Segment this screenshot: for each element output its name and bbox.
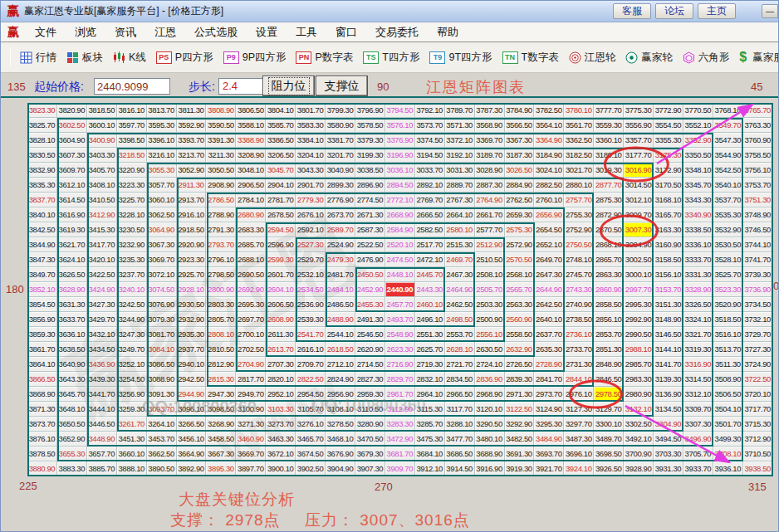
matrix-cell[interactable]: 2460.10 — [415, 297, 445, 312]
matrix-cell[interactable]: 3093.70 — [147, 402, 177, 417]
matrix-cell[interactable]: 3847.30 — [27, 252, 57, 267]
matrix-cell[interactable]: 3784.90 — [505, 103, 535, 118]
matrix-cell[interactable]: 3098.50 — [206, 402, 236, 417]
matrix-cell[interactable]: 3132.10 — [624, 402, 654, 417]
matrix-cell[interactable]: 3801.70 — [296, 103, 326, 118]
matrix-cell[interactable]: 3698.50 — [594, 447, 624, 461]
matrix-cell[interactable]: 3482.50 — [505, 432, 535, 447]
matrix-cell[interactable]: 2930.50 — [177, 297, 207, 312]
matrix-cell[interactable]: 3878.50 — [27, 447, 57, 461]
matrix-cell[interactable]: 3628.90 — [57, 282, 87, 297]
matrix-cell[interactable]: 2872.90 — [594, 207, 624, 222]
matrix-cell[interactable]: 3081.70 — [147, 327, 177, 342]
matrix-cell[interactable]: 2846.50 — [594, 372, 624, 387]
matrix-cell[interactable]: 3542.50 — [713, 163, 743, 178]
matrix-cell[interactable]: 2992.90 — [624, 312, 654, 327]
matrix-cell[interactable]: 3302.50 — [624, 417, 654, 432]
matrix-cell[interactable]: 2570.50 — [505, 252, 535, 267]
matrix-cell[interactable]: 3566.50 — [505, 118, 535, 133]
matrix-cell[interactable]: 3885.70 — [87, 461, 117, 476]
matrix-cell[interactable]: 3722.50 — [743, 372, 773, 387]
matrix-cell[interactable]: 3124.90 — [534, 402, 564, 417]
matrix-cell[interactable]: 2683.30 — [236, 222, 266, 237]
matrix-cell[interactable]: 3218.50 — [117, 148, 147, 163]
menu-item-7[interactable]: 工具 — [287, 26, 326, 38]
matrix-cell[interactable]: 2445.70 — [415, 267, 445, 282]
matrix-cell[interactable]: 3050.50 — [206, 163, 236, 178]
matrix-cell[interactable]: 3278.50 — [326, 417, 355, 432]
matrix-cell[interactable]: 2911.30 — [177, 178, 207, 193]
matrix-cell[interactable]: 2779.30 — [296, 193, 326, 207]
matrix-cell[interactable]: 3895.30 — [206, 461, 236, 476]
matrix-cell[interactable]: 3112.90 — [385, 402, 415, 417]
matrix-cell[interactable]: 3794.50 — [385, 103, 415, 118]
menu-item-5[interactable]: 公式选股 — [185, 26, 247, 38]
matrix-cell[interactable]: 2935.30 — [177, 327, 207, 342]
matrix-cell[interactable]: 3708.10 — [713, 447, 743, 461]
matrix-cell[interactable]: 3715.30 — [743, 417, 773, 432]
matrix-cell[interactable]: 3645.70 — [57, 387, 87, 402]
matrix-cell[interactable]: 2774.50 — [355, 193, 385, 207]
matrix-cell[interactable]: 3674.50 — [296, 447, 326, 461]
matrix-cell[interactable]: 2964.10 — [415, 387, 445, 402]
matrix-cell[interactable]: 3465.70 — [296, 432, 326, 447]
matrix-cell[interactable]: 3355.30 — [654, 133, 683, 148]
matrix-cell[interactable]: 3163.30 — [654, 222, 683, 237]
matrix-cell[interactable]: 2788.90 — [206, 207, 236, 222]
matrix-cell[interactable]: 3242.50 — [117, 297, 147, 312]
matrix-cell[interactable]: 3175.30 — [654, 148, 683, 163]
matrix-cell[interactable]: 3060.10 — [147, 193, 177, 207]
matrix-cell[interactable]: 2575.30 — [505, 222, 535, 237]
matrix-cell[interactable]: 2815.30 — [206, 372, 236, 387]
matrix-cell[interactable]: 2877.70 — [594, 178, 624, 193]
matrix-cell[interactable]: 3614.50 — [57, 193, 87, 207]
matrix-cell[interactable]: 2868.10 — [594, 237, 624, 252]
matrix-cell[interactable]: 3909.70 — [385, 461, 415, 476]
matrix-cell[interactable]: 3122.50 — [505, 402, 535, 417]
matrix-cell[interactable]: 3501.70 — [713, 417, 743, 432]
matrix-cell[interactable]: 2647.30 — [534, 267, 564, 282]
matrix-cell[interactable]: 2688.10 — [236, 252, 266, 267]
matrix-cell[interactable]: 3319.30 — [683, 342, 713, 357]
matrix-cell[interactable]: 3268.90 — [206, 417, 236, 432]
matrix-cell[interactable]: 2716.90 — [385, 357, 415, 372]
matrix-cell[interactable]: 3451.30 — [117, 432, 147, 447]
matrix-cell[interactable]: 3528.10 — [713, 252, 743, 267]
matrix-cell[interactable]: 3304.90 — [654, 417, 683, 432]
matrix-cell[interactable]: 3396.10 — [147, 133, 177, 148]
matrix-cell[interactable]: 2510.50 — [475, 252, 505, 267]
matrix-cell[interactable]: 3640.90 — [57, 357, 87, 372]
matrix-cell[interactable]: 2743.30 — [564, 282, 594, 297]
matrix-cell[interactable]: 2666.50 — [415, 207, 445, 222]
matrix-cell[interactable]: 3693.70 — [534, 447, 564, 461]
matrix-cell[interactable]: 2784.10 — [236, 193, 266, 207]
matrix-cell[interactable]: 3842.50 — [27, 222, 57, 237]
matrix-cell[interactable]: 3004.90 — [624, 237, 654, 252]
matrix-cell[interactable]: 2589.70 — [326, 222, 355, 237]
matrix-cell[interactable]: 2448.10 — [385, 267, 415, 282]
matrix-cell[interactable]: 3374.50 — [415, 133, 445, 148]
matrix-cell[interactable]: 2440.90 — [385, 282, 415, 297]
menu-item-6[interactable]: 设置 — [247, 26, 287, 38]
matrix-cell[interactable]: 3928.90 — [624, 461, 654, 476]
matrix-cell[interactable]: 3432.10 — [87, 327, 117, 342]
matrix-cell[interactable]: 3660.10 — [117, 447, 147, 461]
matrix-cell[interactable]: 3158.50 — [654, 252, 683, 267]
matrix-cell[interactable]: 2740.90 — [564, 297, 594, 312]
toolbar-item-六角形[interactable]: 六角形 — [683, 51, 730, 65]
matrix-cell[interactable]: 2608.90 — [266, 312, 296, 327]
matrix-cell[interactable]: 2553.70 — [445, 327, 475, 342]
matrix-cell[interactable]: 3849.70 — [27, 267, 57, 282]
matrix-cell[interactable]: 2536.90 — [296, 297, 326, 312]
matrix-cell[interactable]: 3403.30 — [87, 148, 117, 163]
matrix-cell[interactable]: 2978.50 — [594, 387, 624, 402]
matrix-cell[interactable]: 3631.30 — [57, 297, 87, 312]
matrix-cell[interactable]: 3823.30 — [27, 103, 57, 118]
matrix-cell[interactable]: 3873.70 — [27, 417, 57, 432]
matrix-cell[interactable]: 3177.70 — [624, 148, 654, 163]
matrix-cell[interactable]: 3398.50 — [117, 133, 147, 148]
matrix-cell[interactable]: 3324.10 — [683, 312, 713, 327]
matrix-cell[interactable]: 3573.70 — [415, 118, 445, 133]
matrix-cell[interactable]: 3556.90 — [624, 118, 654, 133]
matrix-cell[interactable]: 2745.70 — [564, 267, 594, 282]
